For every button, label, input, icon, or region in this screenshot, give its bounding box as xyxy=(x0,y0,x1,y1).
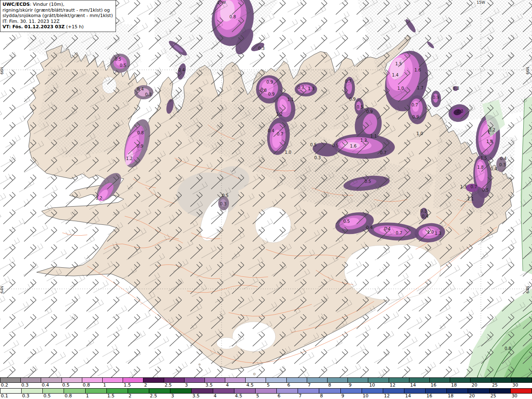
model-name: UWC/ECDS xyxy=(2,2,30,7)
colorbar-value-label: 25 xyxy=(491,383,512,388)
colorbar-segment xyxy=(0,378,21,382)
precip-value-label: 0.5 xyxy=(222,193,229,198)
colorbar-segment xyxy=(287,378,307,382)
colorbar-segment xyxy=(389,378,409,382)
colorbar-segment xyxy=(22,389,43,393)
colorbar-segment xyxy=(234,389,256,393)
legend-colorbars: 0.20.30.40.50.811.522.533.544.5567891012… xyxy=(0,377,532,399)
colorbar-value-label: 8 xyxy=(328,383,348,388)
colorbar-value-label: 0.8 xyxy=(82,383,102,388)
colorbar-rain-labels: 0.10.30.50.811.522.533.544.5567891012141… xyxy=(0,394,532,399)
precip-value-label: 0.9 xyxy=(268,92,275,96)
colorbar-value-label: 6 xyxy=(286,383,307,388)
colorbar-value-label: 18 xyxy=(447,394,468,399)
colorbar-value-label: 5 xyxy=(255,394,276,399)
colorbar-value-label: 4 xyxy=(213,394,234,399)
colorbar-segment xyxy=(170,389,192,393)
colorbar-value-label: 12 xyxy=(389,383,409,388)
colorbar-segment xyxy=(64,389,85,393)
colorbar-value-label: 16 xyxy=(426,394,447,399)
colorbar-value-label: 3.5 xyxy=(204,383,225,388)
colorbar-value-label: 4.5 xyxy=(234,394,255,399)
colorbar-segment xyxy=(246,378,266,382)
colorbar-value-label: 4 xyxy=(225,383,246,388)
colorbar-value-label: 1 xyxy=(85,394,106,399)
precip-value-label: 0.5 xyxy=(115,57,121,62)
colorbar-value-label: 30 xyxy=(512,383,532,388)
colorbar-segment xyxy=(123,378,143,382)
precip-value-label: 0.3 xyxy=(453,86,459,91)
colorbar-segment xyxy=(362,389,383,393)
colorbar-segment xyxy=(404,389,426,393)
colorbar-value-label: 18 xyxy=(450,383,470,388)
precip-value-label: 0.7 xyxy=(380,150,387,155)
precip-value-label: 1.0 xyxy=(397,86,404,91)
precip-value-label: 1.4 xyxy=(392,73,399,77)
colorbar-segment xyxy=(409,378,430,382)
precip-value-label: 2.2 xyxy=(489,128,495,132)
colorbar-value-label: 2.5 xyxy=(164,383,184,388)
valid-time-line: VT: Fös. 01.12.2023 03Z (+15 h) xyxy=(2,24,113,30)
precip-value-label: 1.5 xyxy=(480,156,487,160)
colorbar-value-label: 0.3 xyxy=(20,383,41,388)
precip-value-label: 1.3 xyxy=(308,86,315,91)
colorbar-value-label: 4.5 xyxy=(246,383,266,388)
colorbar-segment xyxy=(82,378,103,382)
precip-value-label: 1.1 xyxy=(370,134,377,138)
weather-chart-screen: 0.80.30.50.50.41.51.41.60.90.80.90.71.30… xyxy=(0,0,532,399)
colorbar-segment xyxy=(307,378,328,382)
colorbar-value-label: 20 xyxy=(470,383,491,388)
precip-value-label: 1.3 xyxy=(435,231,441,236)
colorbar-segment xyxy=(149,389,170,393)
colorbar-segment xyxy=(0,389,22,393)
precip-value-label: 1.2 xyxy=(126,156,133,161)
colorbar-value-label: 7 xyxy=(298,394,319,399)
precip-value-label: 0.7 xyxy=(298,85,304,90)
colorbar-value-label: 20 xyxy=(468,394,489,399)
precip-value-label: 0.4 xyxy=(366,225,373,230)
colorbar-segment xyxy=(447,389,468,393)
precip-value-label: 0.8 xyxy=(229,15,236,19)
precip-value-label: 1.0 xyxy=(285,150,291,155)
precip-value-label: 0.7 xyxy=(345,79,352,84)
colorbar-value-label: 14 xyxy=(409,383,430,388)
precip-value-label: 0.7 xyxy=(470,185,477,189)
precip-value-label: 0.8 xyxy=(505,346,511,351)
colorbar-value-label: 9 xyxy=(340,394,362,399)
precip-value-label: 0.9 xyxy=(366,109,373,114)
precip-value-label: 0.5 xyxy=(343,219,350,224)
title-line-1: UWC/ECDS: Vindur (10m), xyxy=(2,2,113,7)
precip-value-label: 1.8 xyxy=(477,165,484,170)
precip-value-label: 0.7 xyxy=(396,231,402,235)
graticule-label: 64N xyxy=(0,286,4,293)
precip-value-label: 0.4 xyxy=(422,214,429,219)
colorbar-value-label: 1.5 xyxy=(106,394,128,399)
graticule-label: 15W xyxy=(477,0,485,5)
precip-value-label: 0.9 xyxy=(349,97,356,101)
precip-value-label: 0.4 xyxy=(384,227,391,231)
precip-value-label: 0.3 xyxy=(220,202,227,206)
colorbar-segment xyxy=(328,378,348,382)
precip-value-label: 1.2 xyxy=(360,138,367,143)
precip-value-label: 0.9 xyxy=(266,80,273,84)
precip-value-label: 2.3 xyxy=(457,109,463,113)
colorbar-segment xyxy=(164,378,185,382)
graticule-label: 66N xyxy=(526,67,530,74)
colorbar-segment xyxy=(341,389,362,393)
colorbar-segment xyxy=(277,389,298,393)
graticule-label: 20W xyxy=(217,0,226,5)
precip-value-label: 1.2 xyxy=(276,112,283,116)
colorbar-value-label: 0.5 xyxy=(62,383,82,388)
colorbar-segment xyxy=(256,389,277,393)
colorbar-value-label: 8 xyxy=(319,394,340,399)
title-box: UWC/ECDS: Vindur (10m), rigning/skúrir (… xyxy=(0,0,116,32)
colorbar-segment xyxy=(185,378,205,382)
precip-value-label: 1.0 xyxy=(427,230,434,234)
colorbar-segment xyxy=(430,378,450,382)
weather-map: 0.80.30.50.50.41.51.41.60.90.80.90.71.30… xyxy=(0,0,532,377)
precip-value-label: 0.4 xyxy=(268,128,274,133)
colorbar-segment xyxy=(103,378,123,382)
colorbar-value-label: 0.3 xyxy=(21,394,42,399)
precip-value-label: 0.9 xyxy=(137,144,143,148)
colorbar-value-label: 1.5 xyxy=(123,383,143,388)
